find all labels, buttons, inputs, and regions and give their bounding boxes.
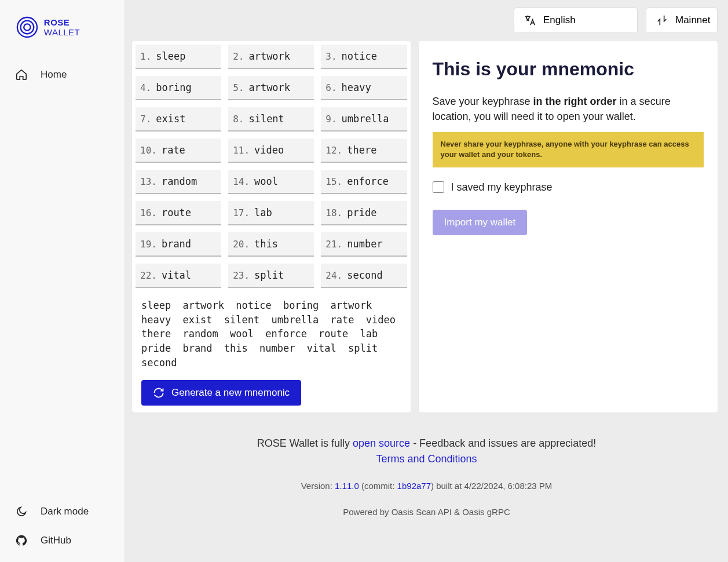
word-value: there [347, 144, 376, 156]
language-select[interactable]: English [514, 8, 638, 33]
nav: Home [0, 60, 125, 497]
word-value: silent [248, 113, 284, 125]
word-value: split [254, 269, 284, 281]
word-index: 16. [140, 207, 157, 218]
moon-icon [15, 505, 28, 518]
word-value: wool [254, 176, 278, 187]
mnemonic-word: 10.rate [136, 138, 221, 163]
word-value: notice [342, 50, 377, 62]
word-value: this [254, 238, 278, 250]
word-index: 12. [325, 145, 342, 156]
mnemonic-word: 18.pride [321, 201, 407, 225]
word-index: 15. [325, 176, 342, 187]
github-icon [15, 534, 28, 547]
word-index: 22. [140, 270, 157, 281]
version-link[interactable]: 1.11.0 [335, 481, 359, 491]
svg-point-1 [21, 21, 34, 34]
sidebar-item-home[interactable]: Home [0, 60, 125, 89]
mnemonic-word: 1.sleep [136, 45, 221, 69]
saved-keyphrase-label[interactable]: I saved my keyphrase [451, 181, 553, 194]
word-index: 18. [325, 207, 342, 218]
mnemonic-word: 3.notice [321, 45, 407, 69]
generate-mnemonic-button[interactable]: Generate a new mnemonic [141, 380, 301, 406]
word-index: 6. [325, 82, 336, 93]
word-index: 1. [140, 51, 151, 62]
mnemonic-word: 13.random [136, 170, 221, 194]
sidebar-item-label: Home [41, 69, 67, 81]
word-index: 9. [325, 114, 336, 125]
word-value: pride [347, 207, 376, 218]
network-icon [656, 14, 668, 27]
word-index: 20. [233, 239, 250, 250]
import-wallet-button[interactable]: Import my wallet [433, 210, 528, 235]
word-index: 5. [233, 82, 244, 93]
word-value: random [162, 176, 197, 187]
word-index: 14. [233, 176, 250, 187]
mnemonic-word: 12.there [321, 138, 407, 163]
topbar: English Mainnet [125, 0, 728, 33]
mnemonic-word: 5.artwork [228, 76, 314, 100]
network-select[interactable]: Mainnet [646, 8, 718, 33]
saved-keyphrase-checkbox[interactable] [433, 181, 444, 193]
word-value: umbrella [342, 113, 389, 125]
sidebar-item-github[interactable]: GitHub [0, 526, 125, 555]
sidebar-item-label: Dark mode [41, 506, 89, 517]
translate-icon [524, 14, 536, 27]
mnemonic-panel: 1.sleep2.artwork3.notice4.boring5.artwor… [132, 41, 411, 413]
info-panel: This is your mnemonic Save your keyphras… [419, 41, 718, 413]
word-value: number [347, 238, 382, 250]
word-value: vital [162, 269, 191, 281]
mnemonic-word: 21.number [321, 232, 407, 257]
word-value: lab [254, 207, 272, 218]
word-value: video [254, 144, 284, 156]
word-value: second [347, 269, 382, 281]
sidebar: ROSE WALLET Home Dark mode GitHub [0, 0, 125, 562]
word-value: brand [162, 238, 191, 250]
word-value: artwork [248, 50, 290, 62]
mnemonic-word: 20.this [228, 232, 314, 257]
commit-link[interactable]: 1b92a77 [397, 481, 431, 491]
sidebar-item-label: GitHub [41, 535, 71, 546]
mnemonic-word: 11.video [228, 138, 314, 163]
mnemonic-word: 8.silent [228, 107, 314, 132]
logo[interactable]: ROSE WALLET [0, 0, 125, 60]
footer: ROSE Wallet is fully open source - Feedb… [125, 421, 728, 530]
mnemonic-word: 4.boring [136, 76, 221, 100]
main: English Mainnet 1.sleep2.artwork3.notice… [125, 0, 728, 562]
words-grid: 1.sleep2.artwork3.notice4.boring5.artwor… [136, 45, 407, 288]
content: 1.sleep2.artwork3.notice4.boring5.artwor… [125, 33, 728, 421]
terms-link[interactable]: Terms and Conditions [376, 453, 477, 465]
word-index: 2. [233, 51, 244, 62]
word-value: sleep [156, 50, 185, 62]
mnemonic-word: 22.vital [136, 264, 221, 288]
mnemonic-word: 15.enforce [321, 170, 407, 194]
word-index: 11. [233, 145, 250, 156]
sidebar-item-darkmode[interactable]: Dark mode [0, 497, 125, 526]
saved-checkbox-row: I saved my keyphrase [433, 181, 704, 194]
word-index: 13. [140, 176, 157, 187]
word-value: heavy [342, 82, 371, 93]
mnemonic-word: 16.route [136, 201, 221, 225]
opensource-link[interactable]: open source [353, 437, 410, 449]
word-index: 21. [325, 239, 342, 250]
footer-line1: ROSE Wallet is fully open source - Feedb… [125, 436, 728, 451]
word-value: artwork [248, 82, 290, 93]
footer-powered: Powered by Oasis Scan API & Oasis gRPC [125, 506, 728, 519]
mnemonic-word: 2.artwork [228, 45, 314, 69]
word-index: 7. [140, 114, 151, 125]
mnemonic-description: Save your keyphrase in the right order i… [433, 94, 704, 124]
word-index: 19. [140, 239, 157, 250]
mnemonic-word: 14.wool [228, 170, 314, 194]
word-index: 10. [140, 145, 157, 156]
word-index: 24. [325, 270, 342, 281]
word-index: 8. [233, 114, 244, 125]
mnemonic-word: 7.exist [136, 107, 221, 132]
word-index: 3. [325, 51, 336, 62]
word-value: enforce [347, 176, 389, 187]
mnemonic-word: 9.umbrella [321, 107, 407, 132]
word-value: exist [156, 113, 185, 125]
word-value: rate [162, 144, 185, 156]
svg-point-2 [24, 24, 30, 30]
logo-text: ROSE WALLET [44, 17, 108, 37]
mnemonic-word: 6.heavy [321, 76, 407, 100]
